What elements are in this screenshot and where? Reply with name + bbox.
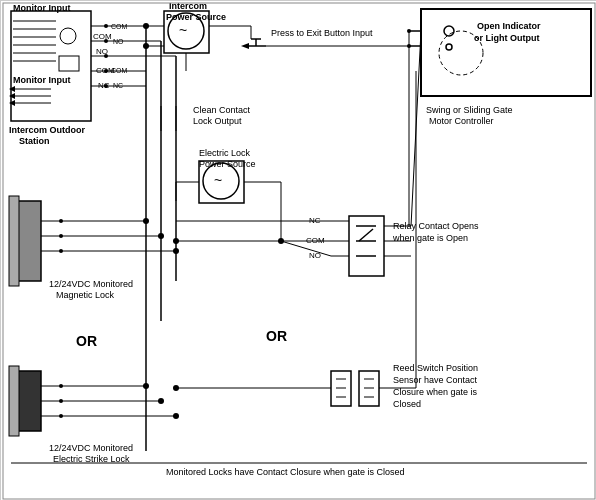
svg-text:~: ~ (214, 172, 222, 188)
svg-text:COM: COM (93, 32, 112, 41)
svg-point-8 (60, 28, 76, 44)
svg-text:Power Source: Power Source (166, 12, 226, 22)
svg-text:Clean Contact: Clean Contact (193, 105, 251, 115)
svg-rect-104 (9, 366, 19, 436)
svg-text:Swing or Sliding Gate: Swing or Sliding Gate (426, 105, 513, 115)
svg-point-100 (158, 233, 164, 239)
svg-point-112 (143, 383, 149, 389)
svg-text:or Light Output: or Light Output (474, 33, 539, 43)
svg-text:~: ~ (179, 22, 187, 38)
svg-rect-9 (59, 56, 79, 71)
svg-text:when gate is Open: when gate is Open (392, 233, 468, 243)
svg-text:Motor Controller: Motor Controller (429, 116, 494, 126)
svg-text:COM: COM (111, 23, 128, 30)
svg-point-114 (158, 398, 164, 404)
svg-text:12/24VDC Monitored: 12/24VDC Monitored (49, 279, 133, 289)
svg-text:NO: NO (96, 47, 108, 56)
svg-text:Magnetic Lock: Magnetic Lock (56, 290, 115, 300)
svg-text:Station: Station (19, 136, 50, 146)
wiring-diagram: COM NO COM NC Monitor Input ~ (0, 0, 596, 500)
svg-rect-103 (16, 371, 41, 431)
svg-rect-64 (349, 216, 384, 276)
svg-point-116 (173, 413, 179, 419)
svg-text:Relay Contact Opens: Relay Contact Opens (393, 221, 479, 231)
svg-text:Electric Lock: Electric Lock (199, 148, 251, 158)
svg-text:Monitor Input: Monitor Input (13, 3, 70, 13)
svg-point-60 (143, 43, 149, 49)
svg-point-124 (278, 238, 284, 244)
svg-text:Power Source: Power Source (199, 159, 256, 169)
svg-text:NO: NO (113, 38, 124, 45)
svg-point-102 (173, 248, 179, 254)
svg-text:Closure when gate is: Closure when gate is (393, 387, 478, 397)
svg-text:Open Indicator: Open Indicator (477, 21, 541, 31)
svg-text:Sensor have Contact: Sensor have Contact (393, 375, 478, 385)
svg-text:Electric Strike Lock: Electric Strike Lock (53, 454, 130, 464)
svg-point-55 (143, 23, 149, 29)
svg-text:Lock Output: Lock Output (193, 116, 242, 126)
svg-point-122 (173, 238, 179, 244)
svg-rect-90 (9, 196, 19, 286)
svg-text:Intercom Outdoor: Intercom Outdoor (9, 125, 85, 135)
svg-text:OR: OR (266, 328, 287, 344)
svg-text:Monitor Input: Monitor Input (13, 75, 70, 85)
svg-point-87 (173, 385, 179, 391)
svg-text:Closed: Closed (393, 399, 421, 409)
svg-text:COM: COM (111, 67, 128, 74)
svg-text:Reed Switch Position: Reed Switch Position (393, 363, 478, 373)
svg-point-98 (143, 218, 149, 224)
svg-text:OR: OR (76, 333, 97, 349)
svg-text:Monitored Locks have Contact C: Monitored Locks have Contact Closure whe… (166, 467, 405, 477)
svg-text:12/24VDC Monitored: 12/24VDC Monitored (49, 443, 133, 453)
svg-text:Press to Exit Button Input: Press to Exit Button Input (271, 28, 373, 38)
svg-text:NC: NC (113, 82, 123, 89)
svg-rect-89 (16, 201, 41, 281)
